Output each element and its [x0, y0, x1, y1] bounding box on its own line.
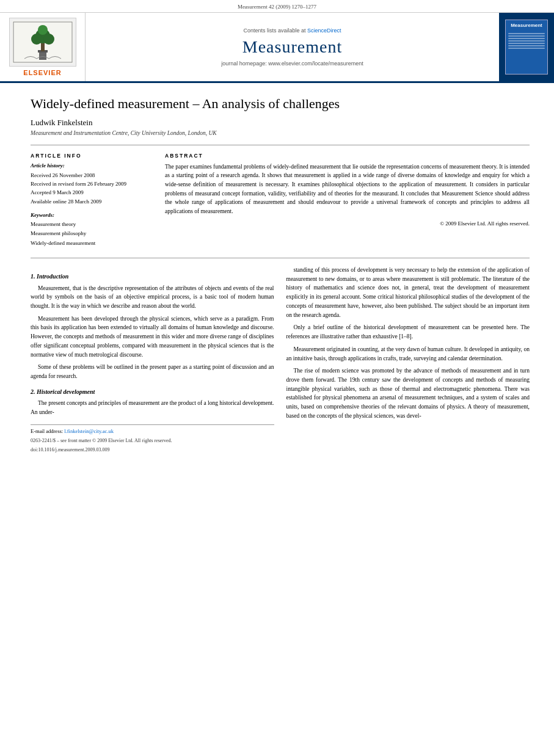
journal-center-header: Contents lists available at ScienceDirec… — [86, 13, 499, 81]
header-divider — [31, 145, 530, 145]
section2-heading: 2. Historical development — [31, 387, 274, 397]
col2-p2: Only a brief outline of the historical d… — [286, 323, 530, 341]
received-date: Received 26 November 2008 — [31, 171, 153, 180]
section1-heading: 1. Introduction — [31, 272, 274, 282]
thumb-line-4 — [508, 40, 545, 42]
body-col-left: 1. Introduction Measurement, that is the… — [31, 266, 274, 454]
footnote-area: E-mail address: l.finkelstein@city.ac.uk… — [31, 424, 274, 454]
journal-thumb-inner: Measurement — [505, 20, 548, 75]
svg-point-6 — [31, 34, 42, 45]
contents-text: Contents lists available at — [243, 27, 305, 34]
abstract-label: ABSTRACT — [165, 153, 530, 159]
info-abstract-section: ARTICLE INFO Article history: Received 2… — [31, 153, 530, 248]
svg-rect-2 — [39, 51, 46, 60]
doi-line: doi:10.1016/j.measurement.2009.03.009 — [31, 446, 274, 454]
elsevier-wordmark: ELSEVIER — [23, 69, 61, 76]
homepage-line: journal homepage: www.elsevier.com/locat… — [221, 60, 363, 67]
contents-available-line: Contents lists available at ScienceDirec… — [243, 27, 341, 34]
thumb-line-1 — [508, 33, 545, 34]
keywords-label: Keywords: — [31, 212, 153, 218]
thumb-line-5 — [508, 43, 545, 44]
thumb-line-3 — [508, 38, 545, 39]
issn-line: 0263-2241/$ – see front matter © 2009 El… — [31, 437, 274, 445]
intro-p3: Some of these problems will be outlined … — [31, 363, 274, 380]
intro-p1: Measurement, that is the descriptive rep… — [31, 284, 274, 311]
thumb-decorative-lines — [508, 32, 545, 50]
svg-point-8 — [38, 25, 48, 35]
journal-title: Measurement — [242, 37, 342, 57]
received-revised-date: Received in revised form 26 February 200… — [31, 180, 153, 188]
author-name: Ludwik Finkelstein — [31, 118, 530, 128]
svg-point-7 — [43, 34, 54, 45]
available-online-date: Available online 28 March 2009 — [31, 197, 153, 206]
journal-thumbnail: Measurement — [499, 13, 554, 81]
copyright-line: © 2009 Elsevier Ltd. All rights reserved… — [165, 220, 530, 228]
email-link[interactable]: l.finkelstein@city.ac.uk — [64, 428, 114, 434]
elsevier-logo-area: ELSEVIER — [0, 13, 86, 81]
issn-text: 0263-2241/$ – see front matter © 2009 El… — [31, 438, 172, 443]
journal-citation: Measurement 42 (2009) 1270–1277 — [238, 4, 316, 10]
thumb-line-6 — [508, 45, 545, 46]
keyword-1: Measurement theory — [31, 220, 153, 229]
doi-text: doi:10.1016/j.measurement.2009.03.009 — [31, 447, 110, 453]
sciencedirect-link[interactable]: ScienceDirect — [307, 27, 341, 34]
col2-p1: standing of this process of development … — [286, 266, 530, 319]
author-affiliation: Measurement and Instrumentation Centre, … — [31, 130, 530, 136]
article-history-label: Article history: — [31, 162, 153, 169]
top-bar: Measurement 42 (2009) 1270–1277 — [0, 0, 554, 13]
col2-p4: The rise of modern science was promoted … — [286, 366, 530, 420]
thumb-line-7 — [508, 48, 545, 49]
hist-p1: The present concepts and principles of m… — [31, 399, 274, 416]
email-label: E-mail address: — [31, 428, 63, 434]
body-col-right: standing of this process of development … — [286, 266, 530, 454]
body-section: 1. Introduction Measurement, that is the… — [31, 266, 530, 454]
elsevier-tree-svg — [12, 21, 73, 64]
article-info-label: ARTICLE INFO — [31, 153, 153, 159]
abstract-text: The paper examines fundamental problems … — [165, 162, 530, 228]
accepted-date: Accepted 9 March 2009 — [31, 188, 153, 197]
elsevier-logo-box — [9, 18, 76, 67]
article-info-column: ARTICLE INFO Article history: Received 2… — [31, 153, 153, 248]
col2-p3: Measurement originated in counting, at t… — [286, 345, 530, 363]
abstract-column: ABSTRACT The paper examines fundamental … — [165, 153, 530, 248]
footnote-email: E-mail address: l.finkelstein@city.ac.uk — [31, 427, 274, 435]
thumb-line-2 — [508, 35, 545, 37]
keywords-section: Keywords: Measurement theory Measurement… — [31, 212, 153, 248]
article-title: Widely-defined measurement – An analysis… — [31, 95, 530, 113]
article-history: Article history: Received 26 November 20… — [31, 162, 153, 206]
abstract-divider — [31, 258, 530, 258]
thumb-journal-title: Measurement — [511, 23, 542, 28]
journal-header: ELSEVIER Contents lists available at Sci… — [0, 13, 554, 83]
intro-p2: Measurement has been developed through t… — [31, 314, 274, 360]
keyword-2: Measurement philosophy — [31, 229, 153, 238]
article-content: Widely-defined measurement – An analysis… — [0, 83, 554, 467]
abstract-paragraph: The paper examines fundamental problems … — [165, 162, 530, 216]
keyword-3: Widely-defined measurement — [31, 239, 153, 248]
keywords-list: Measurement theory Measurement philosoph… — [31, 220, 153, 248]
